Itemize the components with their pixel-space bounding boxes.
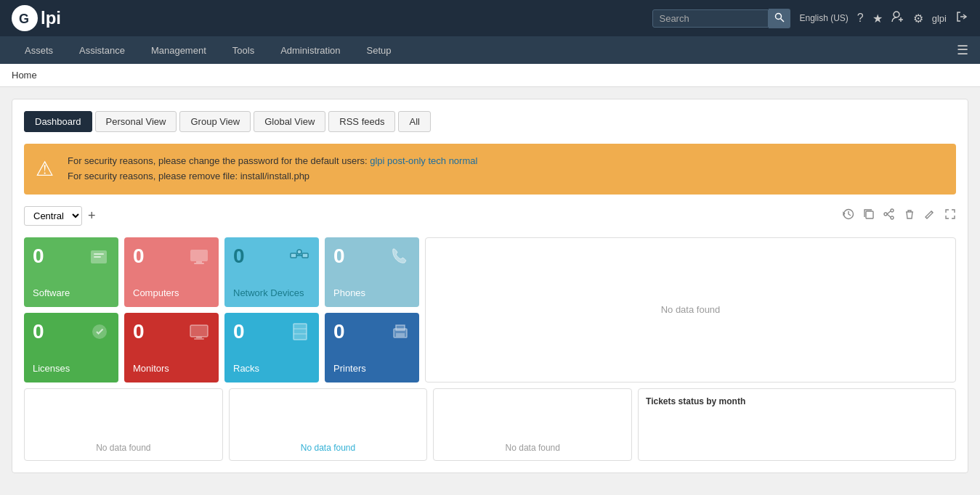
svg-point-11 <box>891 216 894 219</box>
header-right: English (US) ? ★ ⚙ glpi <box>652 9 968 28</box>
share-icon[interactable] <box>883 208 895 223</box>
svg-rect-30 <box>293 324 307 340</box>
svg-rect-21 <box>291 253 296 258</box>
username[interactable]: glpi <box>932 13 947 24</box>
logo-circle: G <box>12 5 38 31</box>
svg-text:G: G <box>19 12 29 26</box>
help-icon[interactable]: ? <box>857 12 864 25</box>
svg-point-4 <box>894 12 899 17</box>
search-input[interactable] <box>652 9 769 28</box>
bottom-widget-1-nodata: No data found <box>96 443 150 453</box>
dashboard-card: Dashboard Personal View Group View Globa… <box>12 99 968 473</box>
svg-rect-9 <box>866 211 873 218</box>
big-chart-widget: No data found <box>425 237 956 382</box>
svg-rect-16 <box>94 253 104 255</box>
svg-point-2 <box>776 13 782 19</box>
stat-monitors[interactable]: 0 Monitors <box>124 313 219 382</box>
svg-rect-22 <box>302 253 308 258</box>
logout-icon[interactable] <box>955 10 968 26</box>
history-icon[interactable] <box>843 208 854 223</box>
bottom-widget-3: No data found <box>433 388 632 461</box>
fullscreen-icon[interactable] <box>944 208 956 223</box>
svg-point-10 <box>891 209 894 212</box>
dashboard-toolbar: Central + <box>24 206 956 226</box>
view-selector[interactable]: Central <box>24 206 82 226</box>
nav-setup[interactable]: Setup <box>354 36 405 64</box>
toolbar-left: Central + <box>24 206 96 226</box>
software-icon <box>88 246 110 273</box>
hamburger-menu[interactable]: ☰ <box>957 42 968 58</box>
printer-icon <box>390 322 410 347</box>
svg-rect-27 <box>190 325 208 337</box>
breadcrumb: Home <box>0 64 980 87</box>
tickets-status-widget: Tickets status by month <box>638 388 956 461</box>
stat-printers[interactable]: 0 Printers <box>325 313 419 382</box>
svg-rect-28 <box>196 337 202 338</box>
search-box <box>652 9 790 28</box>
svg-rect-35 <box>396 333 405 337</box>
add-widget-button[interactable]: + <box>88 208 96 224</box>
svg-line-14 <box>887 214 891 217</box>
language-selector[interactable]: English (US) <box>799 13 848 23</box>
license-icon <box>89 322 110 347</box>
svg-rect-34 <box>396 325 405 330</box>
stat-software[interactable]: 0 Software <box>24 237 118 307</box>
nav-administration[interactable]: Administration <box>267 36 353 64</box>
tab-all[interactable]: All <box>398 111 430 132</box>
alert-line2: For security reasons, please remove file… <box>68 171 309 181</box>
tab-global-view[interactable]: Global View <box>254 111 325 132</box>
warning-icon: ⚠ <box>36 152 54 185</box>
home-link[interactable]: Home <box>12 70 37 81</box>
search-button[interactable] <box>769 9 790 28</box>
tab-group-view[interactable]: Group View <box>179 111 251 132</box>
logo[interactable]: G lpi <box>12 5 61 31</box>
svg-rect-29 <box>194 338 204 340</box>
nav-assets[interactable]: Assets <box>12 36 66 64</box>
bottom-widget-2: No data found <box>229 388 428 461</box>
svg-rect-18 <box>190 250 208 261</box>
svg-rect-17 <box>94 256 101 258</box>
monitor-icon <box>188 322 210 348</box>
duplicate-icon[interactable] <box>863 208 875 223</box>
tab-personal-view[interactable]: Personal View <box>95 111 177 132</box>
stat-racks[interactable]: 0 Racks <box>224 313 319 382</box>
user-plus-icon[interactable] <box>891 10 904 26</box>
edit-icon[interactable] <box>924 208 936 223</box>
header: G lpi English (US) ? ★ ⚙ g <box>0 0 980 36</box>
computer-icon <box>188 246 210 273</box>
svg-line-13 <box>887 211 891 214</box>
delete-icon[interactable] <box>904 208 915 223</box>
stat-phones[interactable]: 0 Phones <box>325 237 419 307</box>
nav-assistance[interactable]: Assistance <box>66 36 138 64</box>
tickets-title: Tickets status by month <box>646 396 948 406</box>
bottom-widget-3-nodata: No data found <box>506 443 560 453</box>
tab-dashboard[interactable]: Dashboard <box>24 111 92 132</box>
svg-point-12 <box>884 213 887 216</box>
bottom-widget-1: No data found <box>24 388 223 461</box>
tabs: Dashboard Personal View Group View Globa… <box>24 111 956 132</box>
svg-line-3 <box>781 18 785 22</box>
network-icon <box>288 246 310 273</box>
logo-text: lpi <box>41 8 61 28</box>
bottom-widget-2-nodata[interactable]: No data found <box>301 443 355 453</box>
nav-management[interactable]: Management <box>138 36 219 64</box>
stat-computers[interactable]: 0 Computers <box>124 237 219 307</box>
svg-rect-19 <box>196 261 202 263</box>
stat-licenses[interactable]: 0 Licenses <box>24 313 118 382</box>
tab-rss-feeds[interactable]: RSS feeds <box>328 111 395 132</box>
nav-tools[interactable]: Tools <box>219 36 267 64</box>
svg-rect-20 <box>194 263 204 264</box>
settings-icon[interactable]: ⚙ <box>913 12 923 25</box>
favorites-icon[interactable]: ★ <box>872 12 883 25</box>
security-alert: ⚠ For security reasons, please change th… <box>24 144 956 195</box>
alert-line1: For security reasons, please change the … <box>68 155 368 166</box>
stat-network-devices[interactable]: 0 Network Devices <box>224 237 319 307</box>
no-data-text: No data found <box>661 304 721 315</box>
phone-icon <box>390 246 410 271</box>
toolbar-right <box>843 208 956 223</box>
main-content: Dashboard Personal View Group View Globa… <box>0 87 980 485</box>
rack-icon <box>290 322 310 347</box>
alert-users-link[interactable]: glpi post-only tech normal <box>370 155 477 166</box>
navbar: Assets Assistance Management Tools Admin… <box>0 36 980 64</box>
